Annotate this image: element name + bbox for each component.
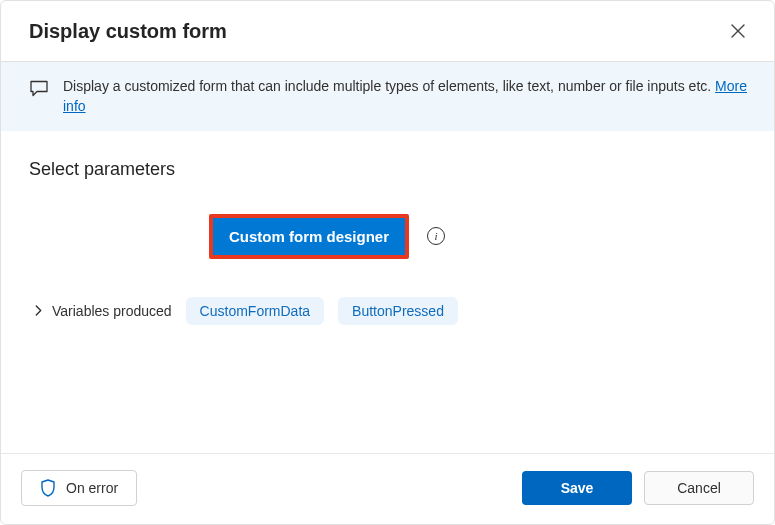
select-parameters-heading: Select parameters bbox=[29, 159, 746, 180]
dialog-body: Select parameters Custom form designer i… bbox=[1, 131, 774, 453]
info-icon[interactable]: i bbox=[427, 227, 445, 245]
cancel-button[interactable]: Cancel bbox=[644, 471, 754, 505]
close-icon bbox=[730, 23, 746, 39]
on-error-button[interactable]: On error bbox=[21, 470, 137, 506]
variables-produced-label: Variables produced bbox=[52, 303, 172, 319]
chevron-right-icon bbox=[33, 305, 44, 316]
designer-row: Custom form designer i bbox=[209, 214, 746, 259]
variable-pill-buttonpressed[interactable]: ButtonPressed bbox=[338, 297, 458, 325]
variables-produced-toggle[interactable]: Variables produced bbox=[33, 303, 172, 319]
shield-icon bbox=[40, 479, 56, 497]
variable-pill-customformdata[interactable]: CustomFormData bbox=[186, 297, 324, 325]
save-button[interactable]: Save bbox=[522, 471, 632, 505]
display-custom-form-dialog: Display custom form Display a customized… bbox=[0, 0, 775, 525]
speech-bubble-icon bbox=[29, 78, 49, 102]
variables-produced-row: Variables produced CustomFormData Button… bbox=[33, 297, 746, 325]
dialog-header: Display custom form bbox=[1, 1, 774, 61]
info-text: Display a customized form that can inclu… bbox=[63, 76, 750, 117]
dialog-footer: On error Save Cancel bbox=[1, 453, 774, 524]
footer-actions: Save Cancel bbox=[522, 471, 754, 505]
custom-form-designer-button[interactable]: Custom form designer bbox=[209, 214, 409, 259]
info-bar: Display a customized form that can inclu… bbox=[1, 61, 774, 131]
dialog-title: Display custom form bbox=[29, 20, 227, 43]
close-button[interactable] bbox=[726, 19, 750, 43]
info-description: Display a customized form that can inclu… bbox=[63, 78, 715, 94]
on-error-label: On error bbox=[66, 480, 118, 496]
